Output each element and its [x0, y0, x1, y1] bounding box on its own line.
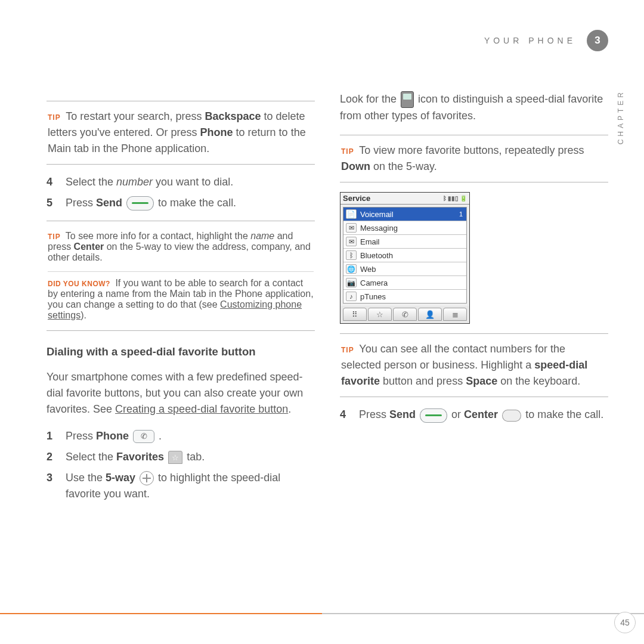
- messaging-icon: ✉: [346, 223, 357, 233]
- tip-more-favorites: TIP To view more favorite buttons, repea…: [340, 135, 608, 182]
- voicemail-icon: 📄: [346, 209, 357, 219]
- footer-rule: [0, 613, 644, 614]
- favorite-row-voicemail[interactable]: 📄Voicemail1: [343, 208, 466, 221]
- callout-contact-info: TIP To see more info for a contact, high…: [47, 221, 315, 331]
- tip-text: To restart your search, press: [66, 110, 205, 122]
- right-column: Look for the icon to distinguish a speed…: [340, 91, 608, 586]
- chapter-number-badge: 3: [587, 30, 608, 51]
- favorite-row-badge: 1: [459, 210, 464, 218]
- page-header: YOUR PHONE 3: [484, 30, 608, 51]
- link-creating-speed-dial[interactable]: Creating a speed-dial favorite button: [115, 403, 288, 415]
- step-5: 5 Press Send to make the call.: [47, 195, 315, 211]
- signal-status-icon: ▮▮▯: [448, 195, 459, 202]
- call-log-tab-icon[interactable]: ✆: [393, 308, 417, 321]
- step-4: 4 Select the number you want to dial.: [47, 174, 315, 190]
- favorite-row-camera[interactable]: 📷Camera: [343, 276, 466, 290]
- phone-key-icon: [133, 430, 154, 443]
- favorite-row-label: pTunes: [360, 292, 386, 301]
- chapter-side-label: CHAPTER: [617, 89, 625, 144]
- tip-label: TIP: [341, 147, 354, 156]
- tip-label: TIP: [341, 346, 354, 354]
- footer-rule-accent: [0, 613, 322, 614]
- favorite-row-ptunes[interactable]: ♪pTunes: [343, 290, 466, 303]
- did-you-know-search-contact: DID YOU KNOW? If you want to be able to …: [48, 271, 314, 323]
- favorite-row-bluetooth[interactable]: ᛒBluetooth: [343, 249, 466, 262]
- step-list-right: 4 Press Send or Center to make the call.: [340, 407, 608, 423]
- left-column: TIP To restart your search, press Backsp…: [47, 91, 315, 586]
- footer-rule-gray: [322, 613, 644, 614]
- send-key-icon: [126, 196, 154, 210]
- favorite-row-label: Camera: [360, 278, 388, 287]
- phone-titlebar: Service ᛒ ▮▮▯ 🔋: [340, 193, 469, 205]
- favorite-row-label: Email: [360, 237, 380, 246]
- speed-dial-phone-icon: [401, 91, 414, 108]
- favorite-row-messaging[interactable]: ✉Messaging: [343, 221, 466, 235]
- send-key-icon: [420, 408, 447, 423]
- word-number: number: [116, 176, 153, 188]
- did-you-know-label: DID YOU KNOW?: [48, 280, 110, 288]
- bluetooth-status-icon: ᛒ: [443, 195, 447, 202]
- ptunes-icon: ♪: [346, 292, 357, 301]
- section-name: YOUR PHONE: [484, 36, 576, 45]
- tip-label: TIP: [48, 113, 61, 122]
- camera-icon: 📷: [346, 278, 357, 287]
- step-list-speed-dial: 1 Press Phone . 2 Select the Favorites ☆…: [47, 428, 315, 502]
- web-icon: 🌐: [346, 264, 357, 274]
- tip-label: TIP: [48, 233, 61, 241]
- five-way-icon: [140, 471, 154, 485]
- list-tab-icon[interactable]: ≣: [443, 308, 467, 321]
- step-1: 1 Press Phone .: [47, 428, 315, 444]
- contacts-tab-icon[interactable]: 👤: [418, 308, 442, 321]
- phone-title: Service: [343, 194, 370, 203]
- favorite-row-label: Web: [360, 265, 376, 274]
- center-key-icon: [502, 410, 521, 422]
- favorite-row-email[interactable]: ✉Email: [343, 235, 466, 249]
- speed-dial-intro: Your smartphone comes with a few predefi…: [47, 369, 315, 417]
- tip-see-contact-numbers: TIP You can see all the contact numbers …: [340, 333, 608, 397]
- email-icon: ✉: [346, 237, 357, 246]
- phone-screenshot: Service ᛒ ▮▮▯ 🔋 📄Voicemail1✉Messaging✉Em…: [340, 192, 470, 324]
- favorite-row-label: Messaging: [360, 224, 398, 233]
- favorite-row-web[interactable]: 🌐Web: [343, 262, 466, 276]
- favorite-row-label: Bluetooth: [360, 251, 393, 260]
- phone-tab-bar: ⠿☆✆👤≣: [340, 306, 469, 323]
- step-2: 2 Select the Favorites ☆ tab.: [47, 449, 315, 465]
- step-4-right: 4 Press Send or Center to make the call.: [340, 407, 608, 423]
- step-3: 3 Use the 5-way to highlight the speed-d…: [47, 470, 315, 502]
- step-list-upper: 4 Select the number you want to dial. 5 …: [47, 174, 315, 211]
- favorites-tab-icon: ☆: [168, 451, 182, 464]
- key-backspace: Backspace: [205, 110, 261, 122]
- bluetooth-icon: ᛒ: [346, 250, 357, 260]
- favorite-row-label: Voicemail: [360, 210, 394, 219]
- battery-status-icon: 🔋: [460, 195, 467, 202]
- tip-contact-details: TIP To see more info for a contact, high…: [48, 228, 314, 265]
- dialpad-tab-icon[interactable]: ⠿: [343, 308, 367, 321]
- page-number: 45: [614, 612, 636, 633]
- tip-restart-search: TIP To restart your search, press Backsp…: [47, 101, 315, 165]
- speed-dial-icon-note: Look for the icon to distinguish a speed…: [340, 91, 608, 124]
- key-phone: Phone: [200, 126, 233, 138]
- phone-status-icons: ᛒ ▮▮▯ 🔋: [443, 195, 467, 202]
- subhead-speed-dial: Dialing with a speed-dial favorite butto…: [47, 345, 315, 358]
- favorites-tab-icon[interactable]: ☆: [368, 308, 392, 321]
- phone-favorites-list: 📄Voicemail1✉Messaging✉EmailᛒBluetooth🌐We…: [343, 207, 467, 304]
